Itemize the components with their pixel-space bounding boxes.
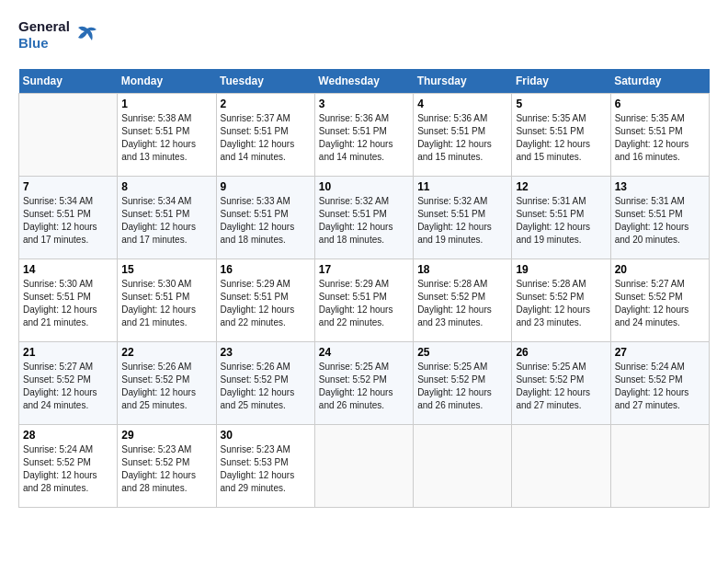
day-number: 28 xyxy=(23,429,113,442)
logo-container: General Blue xyxy=(18,18,101,60)
day-info: Sunrise: 5:25 AMSunset: 5:52 PMDaylight:… xyxy=(319,361,409,412)
day-cell-26: 26Sunrise: 5:25 AMSunset: 5:52 PMDayligh… xyxy=(512,342,610,425)
day-cell-29: 29Sunrise: 5:23 AMSunset: 5:52 PMDayligh… xyxy=(118,425,216,508)
day-number: 27 xyxy=(615,346,705,359)
day-header-saturday: Saturday xyxy=(610,69,709,94)
day-cell-20: 20Sunrise: 5:27 AMSunset: 5:52 PMDayligh… xyxy=(610,259,709,342)
day-number: 24 xyxy=(319,346,409,359)
day-number: 3 xyxy=(319,98,409,110)
day-info: Sunrise: 5:24 AMSunset: 5:52 PMDaylight:… xyxy=(615,361,705,412)
empty-cell xyxy=(314,425,413,508)
day-number: 29 xyxy=(121,429,211,442)
day-info: Sunrise: 5:32 AMSunset: 5:51 PMDaylight:… xyxy=(417,195,507,247)
day-number: 14 xyxy=(23,263,113,276)
day-info: Sunrise: 5:34 AMSunset: 5:51 PMDaylight:… xyxy=(121,195,211,247)
day-cell-3: 3Sunrise: 5:36 AMSunset: 5:51 PMDaylight… xyxy=(314,94,413,177)
day-info: Sunrise: 5:26 AMSunset: 5:52 PMDaylight:… xyxy=(221,361,311,412)
day-info: Sunrise: 5:25 AMSunset: 5:52 PMDaylight:… xyxy=(417,361,507,412)
day-cell-1: 1Sunrise: 5:38 AMSunset: 5:51 PMDaylight… xyxy=(118,94,216,177)
day-cell-18: 18Sunrise: 5:28 AMSunset: 5:52 PMDayligh… xyxy=(414,259,512,342)
day-number: 6 xyxy=(615,98,705,110)
day-info: Sunrise: 5:34 AMSunset: 5:51 PMDaylight:… xyxy=(23,195,113,247)
day-cell-12: 12Sunrise: 5:31 AMSunset: 5:51 PMDayligh… xyxy=(512,177,610,259)
logo-graphic: General Blue xyxy=(18,18,74,60)
day-info: Sunrise: 5:33 AMSunset: 5:51 PMDaylight:… xyxy=(221,195,311,247)
day-number: 9 xyxy=(221,180,311,193)
day-number: 16 xyxy=(221,263,311,276)
day-cell-4: 4Sunrise: 5:36 AMSunset: 5:51 PMDaylight… xyxy=(414,94,512,177)
day-cell-19: 19Sunrise: 5:28 AMSunset: 5:52 PMDayligh… xyxy=(512,259,610,342)
day-number: 30 xyxy=(221,429,311,442)
day-info: Sunrise: 5:36 AMSunset: 5:51 PMDaylight:… xyxy=(319,112,409,164)
logo-text-general: General xyxy=(18,18,74,35)
day-cell-13: 13Sunrise: 5:31 AMSunset: 5:51 PMDayligh… xyxy=(610,177,709,259)
empty-cell xyxy=(610,425,709,508)
day-number: 20 xyxy=(615,263,705,276)
day-info: Sunrise: 5:37 AMSunset: 5:51 PMDaylight:… xyxy=(221,112,311,164)
day-info: Sunrise: 5:28 AMSunset: 5:52 PMDaylight:… xyxy=(417,278,507,329)
day-cell-25: 25Sunrise: 5:25 AMSunset: 5:52 PMDayligh… xyxy=(414,342,512,425)
day-header-monday: Monday xyxy=(118,69,216,94)
day-info: Sunrise: 5:35 AMSunset: 5:51 PMDaylight:… xyxy=(615,112,705,164)
day-info: Sunrise: 5:24 AMSunset: 5:52 PMDaylight:… xyxy=(23,443,113,495)
day-info: Sunrise: 5:36 AMSunset: 5:51 PMDaylight:… xyxy=(417,112,507,164)
day-number: 4 xyxy=(417,98,507,110)
day-cell-7: 7Sunrise: 5:34 AMSunset: 5:51 PMDaylight… xyxy=(19,177,118,259)
day-cell-17: 17Sunrise: 5:29 AMSunset: 5:51 PMDayligh… xyxy=(314,259,413,342)
calendar-body: 1Sunrise: 5:38 AMSunset: 5:51 PMDaylight… xyxy=(19,94,710,508)
day-header-tuesday: Tuesday xyxy=(216,69,314,94)
day-cell-16: 16Sunrise: 5:29 AMSunset: 5:51 PMDayligh… xyxy=(216,259,314,342)
day-number: 8 xyxy=(121,180,211,193)
day-info: Sunrise: 5:27 AMSunset: 5:52 PMDaylight:… xyxy=(615,278,705,329)
day-info: Sunrise: 5:29 AMSunset: 5:51 PMDaylight:… xyxy=(319,278,409,329)
day-cell-21: 21Sunrise: 5:27 AMSunset: 5:52 PMDayligh… xyxy=(19,342,118,425)
week-row-1: 1Sunrise: 5:38 AMSunset: 5:51 PMDaylight… xyxy=(19,94,710,177)
day-info: Sunrise: 5:30 AMSunset: 5:51 PMDaylight:… xyxy=(23,278,113,329)
day-cell-28: 28Sunrise: 5:24 AMSunset: 5:52 PMDayligh… xyxy=(19,425,118,508)
day-cell-22: 22Sunrise: 5:26 AMSunset: 5:52 PMDayligh… xyxy=(118,342,216,425)
day-cell-27: 27Sunrise: 5:24 AMSunset: 5:52 PMDayligh… xyxy=(610,342,709,425)
calendar-table: SundayMondayTuesdayWednesdayThursdayFrid… xyxy=(18,69,710,508)
day-cell-15: 15Sunrise: 5:30 AMSunset: 5:51 PMDayligh… xyxy=(118,259,216,342)
day-number: 1 xyxy=(121,98,211,110)
day-number: 11 xyxy=(417,180,507,193)
day-info: Sunrise: 5:38 AMSunset: 5:51 PMDaylight:… xyxy=(121,112,211,164)
day-number: 18 xyxy=(417,263,507,276)
day-info: Sunrise: 5:23 AMSunset: 5:53 PMDaylight:… xyxy=(221,443,311,495)
day-number: 25 xyxy=(417,346,507,359)
empty-cell xyxy=(414,425,512,508)
day-number: 19 xyxy=(516,263,606,276)
day-cell-10: 10Sunrise: 5:32 AMSunset: 5:51 PMDayligh… xyxy=(314,177,413,259)
logo-text-blue: Blue xyxy=(18,35,74,52)
day-info: Sunrise: 5:32 AMSunset: 5:51 PMDaylight:… xyxy=(319,195,409,247)
day-number: 12 xyxy=(516,180,606,193)
day-number: 22 xyxy=(121,346,211,359)
day-info: Sunrise: 5:28 AMSunset: 5:52 PMDaylight:… xyxy=(516,278,606,329)
logo: General Blue xyxy=(18,18,101,60)
day-number: 2 xyxy=(221,98,311,110)
day-number: 5 xyxy=(516,98,606,110)
day-number: 26 xyxy=(516,346,606,359)
day-info: Sunrise: 5:35 AMSunset: 5:51 PMDaylight:… xyxy=(516,112,606,164)
day-info: Sunrise: 5:23 AMSunset: 5:52 PMDaylight:… xyxy=(121,443,211,495)
day-number: 15 xyxy=(121,263,211,276)
calendar-header-row: SundayMondayTuesdayWednesdayThursdayFrid… xyxy=(19,69,710,94)
day-info: Sunrise: 5:31 AMSunset: 5:51 PMDaylight:… xyxy=(516,195,606,247)
day-header-friday: Friday xyxy=(512,69,610,94)
page-header: General Blue xyxy=(18,18,710,60)
day-header-wednesday: Wednesday xyxy=(314,69,413,94)
day-cell-30: 30Sunrise: 5:23 AMSunset: 5:53 PMDayligh… xyxy=(216,425,314,508)
week-row-3: 14Sunrise: 5:30 AMSunset: 5:51 PMDayligh… xyxy=(19,259,710,342)
week-row-2: 7Sunrise: 5:34 AMSunset: 5:51 PMDaylight… xyxy=(19,177,710,259)
day-info: Sunrise: 5:31 AMSunset: 5:51 PMDaylight:… xyxy=(615,195,705,247)
day-cell-5: 5Sunrise: 5:35 AMSunset: 5:51 PMDaylight… xyxy=(512,94,610,177)
day-number: 23 xyxy=(221,346,311,359)
day-info: Sunrise: 5:27 AMSunset: 5:52 PMDaylight:… xyxy=(23,361,113,412)
day-cell-14: 14Sunrise: 5:30 AMSunset: 5:51 PMDayligh… xyxy=(19,259,118,342)
day-info: Sunrise: 5:30 AMSunset: 5:51 PMDaylight:… xyxy=(121,278,211,329)
week-row-4: 21Sunrise: 5:27 AMSunset: 5:52 PMDayligh… xyxy=(19,342,710,425)
day-cell-11: 11Sunrise: 5:32 AMSunset: 5:51 PMDayligh… xyxy=(414,177,512,259)
day-number: 13 xyxy=(615,180,705,193)
empty-cell xyxy=(19,94,118,177)
day-number: 7 xyxy=(23,180,113,193)
